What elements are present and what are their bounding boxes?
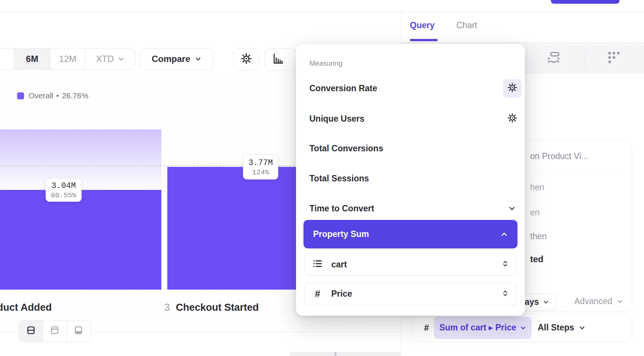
legend-value: 26.76% — [62, 91, 88, 100]
menu-item-label: Unique Users — [309, 114, 364, 124]
step-fragment: then — [530, 231, 547, 241]
legend-swatch — [17, 92, 24, 99]
metric-hash-icon: # — [424, 323, 429, 333]
step-fragment: en — [530, 208, 540, 218]
chevron-down-icon — [520, 324, 526, 331]
tab-active-underline — [410, 39, 438, 41]
number-property-icon: # — [312, 288, 323, 300]
menu-item-conversion-rate[interactable]: Conversion Rate — [309, 78, 522, 99]
flows-icon — [546, 60, 561, 66]
up-down-icon — [502, 289, 509, 299]
property-name-value: Price — [331, 289, 502, 299]
histogram-icon — [272, 52, 284, 66]
property-sum-label: Property Sum — [313, 229, 369, 239]
step-3-name: Checkout Started — [176, 302, 259, 313]
tab-chart[interactable]: Chart — [456, 20, 477, 30]
gear-icon — [507, 113, 518, 125]
layout-bottom-panel-button[interactable] — [66, 320, 90, 342]
step-3-index: 3 — [164, 302, 170, 313]
menu-item-total-sessions[interactable]: Total Sessions — [309, 168, 522, 189]
bar-1-value-label: 3.04M 60.55% — [46, 179, 82, 202]
dots-grid-icon — [607, 60, 621, 66]
step-fragment-emphasis: ted — [530, 254, 543, 264]
menu-item-unique-users[interactable]: Unique Users — [309, 108, 522, 129]
header-divider — [0, 12, 644, 12]
menu-item-label: Conversion Rate — [309, 83, 377, 93]
all-steps-dropdown[interactable]: All Steps — [538, 323, 585, 333]
legend-separator: • — [56, 91, 59, 100]
menu-item-label: Total Conversions — [309, 144, 383, 154]
top-bar-icon — [50, 325, 60, 337]
range-6m[interactable]: 6M — [14, 49, 50, 69]
chart-settings-button[interactable] — [234, 48, 259, 70]
funnel-bar-1[interactable] — [0, 190, 161, 290]
range-m[interactable]: M — [0, 49, 14, 69]
chevron-up-icon — [500, 231, 508, 238]
property-name-picker[interactable]: # Price — [304, 283, 517, 305]
bottom-panel-icon — [73, 325, 83, 337]
step-fragment: hen — [530, 182, 544, 192]
bar-2-value: 3.77M — [248, 158, 273, 168]
menu-item-label: Time to Convert — [309, 204, 374, 214]
layout-toggle-group — [19, 320, 91, 342]
scroll-tick — [335, 352, 336, 356]
list-icon — [312, 258, 323, 271]
range-xtd[interactable]: XTD — [85, 49, 135, 69]
bar-1-value: 3.04M — [51, 181, 76, 191]
split-rows-icon — [26, 325, 36, 337]
property-event-picker[interactable]: cart — [304, 253, 517, 276]
tab-query[interactable]: Query — [410, 20, 434, 30]
menu-item-time-to-convert[interactable]: Time to Convert — [309, 198, 522, 219]
metric-chip[interactable]: Sum of cart ▸ Price — [434, 317, 532, 339]
advanced-label: Advanced — [574, 296, 612, 306]
chevron-down-icon — [508, 205, 516, 212]
legend-series: Overall — [29, 91, 53, 100]
compare-label: Compare — [152, 54, 190, 64]
chart-type-button[interactable] — [264, 48, 296, 70]
chevron-down-icon — [617, 298, 623, 305]
bar-1-percent: 60.55% — [51, 191, 76, 200]
funnel-bar-2[interactable] — [167, 167, 302, 290]
property-event-value: cart — [331, 260, 502, 270]
chevron-down-icon — [543, 299, 549, 305]
query-card-title: on Product Vi... — [530, 151, 588, 161]
layout-split-rows-button[interactable] — [19, 320, 43, 342]
step-label-3: 3 Checkout Started — [164, 302, 259, 313]
chevron-down-icon — [195, 56, 201, 62]
unique-users-gear-button[interactable] — [503, 109, 522, 128]
compare-button[interactable]: Compare — [140, 48, 213, 70]
more-views-button[interactable] — [607, 50, 621, 66]
toolbar-separator — [584, 45, 585, 70]
step-label-2: duct Added — [0, 302, 52, 313]
layout-top-bar-button[interactable] — [43, 320, 66, 342]
legend[interactable]: Overall • 26.76% — [17, 91, 88, 100]
chevron-down-icon — [118, 56, 124, 62]
chevron-down-icon — [579, 324, 585, 331]
bar-2-percent: 124% — [252, 168, 269, 177]
metric-chip-label: Sum of cart ▸ Price — [439, 323, 516, 333]
measuring-dropdown: Measuring Conversion Rate Unique Users — [296, 44, 525, 316]
date-range-control: M 6M 12M XTD — [0, 48, 135, 70]
all-steps-label: All Steps — [538, 323, 574, 333]
range-xtd-label: XTD — [96, 54, 114, 64]
measuring-title: Measuring — [309, 59, 342, 67]
conversion-rate-gear-button[interactable] — [503, 79, 522, 98]
range-12m[interactable]: 12M — [50, 49, 85, 69]
menu-item-total-conversions[interactable]: Total Conversions — [309, 138, 522, 159]
bar-2-value-label: 3.77M 124% — [243, 155, 278, 179]
advanced-button[interactable]: Advanced — [574, 296, 623, 306]
flows-button[interactable] — [546, 50, 561, 66]
bottom-scroll-strip[interactable] — [290, 352, 401, 356]
menu-item-property-sum-selected[interactable]: Property Sum — [303, 220, 518, 248]
up-down-icon — [502, 259, 509, 270]
gear-icon — [240, 53, 252, 66]
metric-row-card: # Sum of cart ▸ Price All Steps — [413, 313, 632, 342]
primary-action-button[interactable] — [551, 0, 620, 4]
menu-item-label: Total Sessions — [309, 174, 369, 184]
gear-icon — [507, 82, 518, 94]
